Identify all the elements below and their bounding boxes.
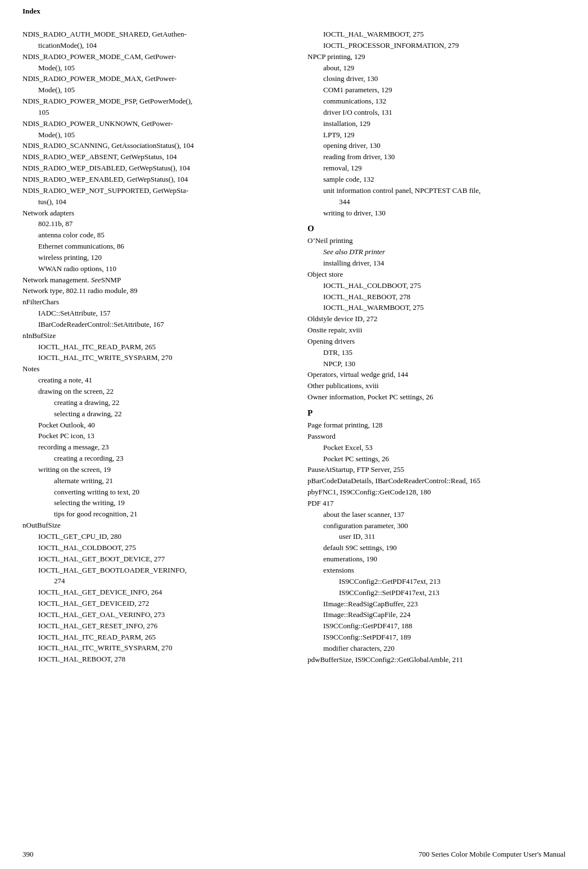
index-entry: pdwBufferSize, IS9CConfig2::GetGlobalAmb… [307,655,566,665]
index-entry: PauseAtStartup, FTP Server, 255 [307,465,566,475]
index-entry: pbyFNC1, IS9CConfig::GetCode128, 180 [307,487,566,498]
index-entry: opening driver, 130 [307,141,566,151]
index-entry: NDIS_RADIO_WEP_DISABLED, GetWepStatus(),… [22,163,281,174]
index-entry: selecting a drawing, 22 [22,409,281,420]
index-entry: IImage::ReadSigCapFile, 224 [307,610,566,620]
index-entry: wireless printing, 120 [22,253,281,263]
index-entry: enumerations, 190 [307,554,566,565]
index-entry: IOCTL_HAL_WARMBOOT, 275 [307,303,566,313]
index-entry: IOCTL_HAL_ITC_WRITE_SYSPARM, 270 [22,353,281,363]
index-entry: IOCTL_HAL_GET_BOOT_DEVICE, 277 [22,554,281,565]
index-entry: Other publications, xviii [307,381,566,391]
index-entry: antenna color code, 85 [22,230,281,241]
index-entry: installation, 129 [307,119,566,129]
index-entry: removal, 129 [307,163,566,174]
index-entry: IS9CConfig::SetPDF417, 189 [307,632,566,643]
index-entry: IOCTL_HAL_COLDBOOT, 275 [22,543,281,553]
page-footer: 390 700 Series Color Mobile Computer Use… [0,850,588,859]
index-entry: Mode(), 105 [22,85,281,96]
index-entry: extensions [307,565,566,576]
index-entry: IOCTL_HAL_REBOOT, 278 [22,654,281,665]
index-entry: IOCTL_PROCESSOR_INFORMATION, 279 [307,40,566,51]
index-entry: IOCTL_GET_CPU_ID, 280 [22,532,281,542]
index-entry: NDIS_RADIO_POWER_UNKNOWN, GetPower- [22,119,281,129]
index-entry: Pocket PC icon, 13 [22,431,281,442]
right-column: IOCTL_HAL_WARMBOOT, 275IOCTL_PROCESSOR_I… [294,29,566,666]
index-entry: Pocket PC settings, 26 [307,454,566,465]
index-entry: converting writing to text, 20 [22,487,281,498]
index-entry: nFilterChars [22,297,281,308]
index-entry: alternate writing, 21 [22,476,281,487]
index-entry: ticationMode(), 104 [22,40,281,51]
index-entry: Mode(), 105 [22,63,281,74]
index-entry: 105 [22,107,281,118]
index-entry: about, 129 [307,63,566,74]
index-entry: tus(), 104 [22,197,281,208]
index-entry: Opening drivers [307,336,566,347]
index-entry: COM1 parameters, 129 [307,85,566,96]
index-entry: Notes [22,364,281,375]
index-entry: 274 [22,576,281,587]
index-entry: NPCP, 130 [307,359,566,370]
index-entry: closing driver, 130 [307,74,566,84]
index-entry: drawing on the screen, 22 [22,386,281,397]
index-entry: Password [307,431,566,442]
index-entry: user ID, 311 [307,532,566,542]
index-entry: NDIS_RADIO_POWER_MODE_PSP, GetPowerMode(… [22,96,281,107]
index-entry: NDIS_RADIO_WEP_ENABLED, GetWepStatus(), … [22,174,281,185]
index-entry: 802.11b, 87 [22,219,281,229]
index-entry: creating a drawing, 22 [22,398,281,408]
index-entry: creating a recording, 23 [22,453,281,464]
index-entry: P [307,408,566,418]
left-column: NDIS_RADIO_AUTH_MODE_SHARED, GetAuthen-t… [22,29,294,666]
index-entry: O’Neil printing [307,236,566,246]
index-entry: sample code, 132 [307,174,566,185]
index-entry: communications, 132 [307,96,566,107]
index-entry: NDIS_RADIO_AUTH_MODE_SHARED, GetAuthen- [22,29,281,40]
index-entry: creating a note, 41 [22,375,281,386]
index-entry: See also DTR printer [307,247,566,258]
page-header: Index [0,0,588,18]
index-entry: Operators, virtual wedge grid, 144 [307,370,566,380]
index-entry: NDIS_RADIO_POWER_MODE_CAM, GetPower- [22,52,281,62]
index-entry: WWAN radio options, 110 [22,264,281,274]
index-entry: unit information control panel, NPCPTEST… [307,186,566,196]
index-entry: O [307,224,566,233]
index-entry: IOCTL_HAL_GET_OAL_VERINFO, 273 [22,610,281,620]
index-entry: DTR, 135 [307,348,566,358]
index-entry: installing driver, 134 [307,258,566,269]
index-entry: Network management. SeeSNMP [22,275,281,286]
index-entry: IOCTL_HAL_ITC_READ_PARM, 265 [22,342,281,353]
index-entry: IOCTL_HAL_ITC_READ_PARM, 265 [22,632,281,643]
index-entry: LPT9, 129 [307,130,566,141]
index-entry: selecting the writing, 19 [22,498,281,508]
index-entry: IOCTL_HAL_GET_BOOTLOADER_VERINFO, [22,565,281,576]
index-entry: IOCTL_HAL_WARMBOOT, 275 [307,29,566,40]
index-entry: IOCTL_HAL_ITC_WRITE_SYSPARM, 270 [22,643,281,654]
index-entry: IOCTL_HAL_COLDBOOT, 275 [307,281,566,291]
footer-page-number: 390 [22,850,34,859]
index-entry: 344 [307,197,566,208]
index-entry: IOCTL_HAL_GET_DEVICE_INFO, 264 [22,587,281,598]
header-title: Index [22,7,40,15]
index-entry: reading from driver, 130 [307,152,566,163]
index-entry: configuration parameter, 300 [307,521,566,532]
index-entry: IOCTL_HAL_GET_DEVICEID, 272 [22,598,281,609]
index-entry: nOutBufSize [22,520,281,531]
index-entry: IS9CConfig::GetPDF417, 188 [307,621,566,632]
index-entry: driver I/O controls, 131 [307,107,566,118]
index-entry: writing to driver, 130 [307,208,566,219]
index-entry: Page format printing, 128 [307,420,566,431]
index-entry: PDF 417 [307,498,566,509]
index-entry: NDIS_RADIO_POWER_MODE_MAX, GetPower- [22,74,281,84]
index-entry: NDIS_RADIO_WEP_ABSENT, GetWepStatus, 104 [22,152,281,163]
index-entry: NDIS_RADIO_WEP_NOT_SUPPORTED, GetWepSta- [22,186,281,196]
index-entry: IOCTL_HAL_REBOOT, 278 [307,292,566,303]
index-entry: writing on the screen, 19 [22,465,281,475]
index-entry: Onsite repair, xviii [307,325,566,336]
index-entry: modifier characters, 220 [307,643,566,654]
index-entry: Network adapters [22,208,281,219]
index-entry: Network type, 802.11 radio module, 89 [22,286,281,296]
index-entry: IBarCodeReaderControl::SetAttribute, 167 [22,319,281,330]
index-entry: Ethernet communications, 86 [22,241,281,252]
